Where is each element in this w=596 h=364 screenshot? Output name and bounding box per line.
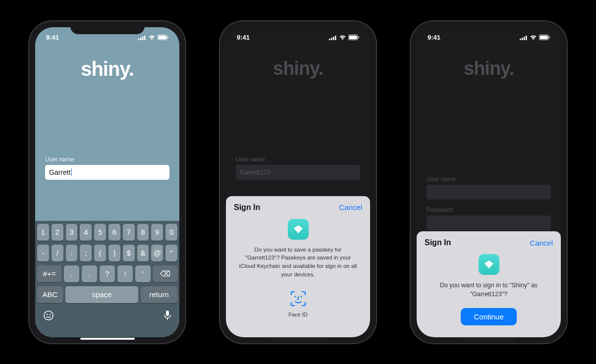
key-'[interactable]: ' xyxy=(135,265,151,282)
svg-rect-14 xyxy=(333,37,334,40)
clock: 9:41 xyxy=(237,34,250,41)
app-icon xyxy=(479,254,499,275)
faceid-label: Face ID xyxy=(234,312,362,317)
sheet-message: Do you want to save a passkey for "Garre… xyxy=(234,246,362,279)
cellular-icon xyxy=(520,35,528,40)
key-,[interactable]: , xyxy=(82,265,97,282)
create-account-form: User name Garrett xyxy=(45,156,169,180)
username-label: User name xyxy=(427,176,551,183)
ios-keyboard: 1234567890 -/:;()$&@" #+= .,?!' ⌫ ABC sp… xyxy=(35,221,179,337)
svg-point-20 xyxy=(300,296,302,297)
svg-rect-22 xyxy=(522,38,523,40)
continue-button[interactable]: Continue xyxy=(461,308,516,325)
key--[interactable]: - xyxy=(37,245,49,261)
mic-icon[interactable] xyxy=(163,310,171,323)
key-)[interactable]: ) xyxy=(108,245,120,261)
key-5[interactable]: 5 xyxy=(94,224,106,241)
svg-point-8 xyxy=(47,313,48,314)
passkey-sheet: Sign In Cancel Do you want to save a pas… xyxy=(226,196,370,337)
dim-form: User name Garrett123 xyxy=(236,156,360,180)
home-indicator[interactable] xyxy=(271,338,325,340)
key-3[interactable]: 3 xyxy=(66,224,78,241)
cancel-button[interactable]: Cancel xyxy=(530,239,553,247)
phone-1: 9:41 shiny. User name Garret xyxy=(29,21,185,343)
svg-rect-5 xyxy=(159,36,166,39)
faceid-icon[interactable] xyxy=(289,301,307,309)
app-icon xyxy=(288,219,309,240)
key-$[interactable]: $ xyxy=(123,245,135,261)
wifi-icon xyxy=(339,35,346,40)
key-symbols[interactable]: #+= xyxy=(37,265,61,282)
key-space[interactable]: space xyxy=(65,286,139,303)
battery-icon xyxy=(539,35,550,40)
key-0[interactable]: 0 xyxy=(165,224,177,241)
key-([interactable]: ( xyxy=(94,245,106,261)
sheet-title: Sign In xyxy=(234,203,260,212)
key-7[interactable]: 7 xyxy=(123,224,135,241)
key-;[interactable]: ; xyxy=(80,245,92,261)
notch xyxy=(70,21,145,34)
key-/[interactable]: / xyxy=(52,245,63,261)
signin-sheet: Sign In Cancel Do you want to sign in to… xyxy=(417,231,561,337)
home-indicator[interactable] xyxy=(462,338,516,340)
svg-rect-13 xyxy=(331,38,332,40)
cancel-button[interactable]: Cancel xyxy=(339,203,362,211)
svg-rect-2 xyxy=(142,37,144,40)
phone-2: 9:41 shiny. User name Garrett123 Sign In xyxy=(220,21,376,343)
username-input: Garrett123 xyxy=(236,165,360,180)
svg-point-9 xyxy=(50,313,51,314)
sheet-message: Do you want to sign in to "Shiny" as "Ga… xyxy=(425,281,553,299)
svg-rect-27 xyxy=(549,37,550,39)
key-![interactable]: ! xyxy=(117,265,133,282)
username-label: User name xyxy=(236,156,360,163)
password-input xyxy=(427,215,551,230)
text-cursor xyxy=(71,168,72,176)
password-label: Password xyxy=(427,207,551,213)
svg-rect-21 xyxy=(520,39,521,40)
svg-rect-0 xyxy=(138,39,140,40)
key-6[interactable]: 6 xyxy=(108,224,120,241)
svg-rect-12 xyxy=(329,39,330,40)
key-&[interactable]: & xyxy=(137,245,149,261)
key-:[interactable]: : xyxy=(66,245,78,261)
username-input[interactable]: Garrett xyxy=(45,165,169,180)
emoji-icon[interactable] xyxy=(43,310,54,323)
key-"[interactable]: " xyxy=(165,245,177,261)
key-4[interactable]: 4 xyxy=(80,224,92,241)
svg-rect-3 xyxy=(144,36,146,40)
svg-rect-17 xyxy=(349,36,357,39)
notch xyxy=(452,21,526,34)
home-indicator[interactable] xyxy=(80,338,135,340)
key-9[interactable]: 9 xyxy=(151,224,163,241)
svg-rect-15 xyxy=(335,36,336,40)
svg-rect-24 xyxy=(526,36,527,40)
battery-icon xyxy=(158,35,168,40)
svg-rect-23 xyxy=(524,37,525,40)
key-1[interactable]: 1 xyxy=(37,224,49,241)
key-8[interactable]: 8 xyxy=(137,224,149,241)
key-return[interactable]: return xyxy=(141,286,177,303)
svg-rect-10 xyxy=(166,311,169,316)
battery-icon xyxy=(348,35,359,40)
username-value: Garrett xyxy=(49,168,71,176)
cellular-icon xyxy=(138,35,146,40)
svg-rect-18 xyxy=(358,37,359,39)
svg-point-7 xyxy=(44,311,53,320)
wifi-icon xyxy=(530,35,537,40)
svg-rect-26 xyxy=(540,36,548,39)
svg-rect-1 xyxy=(140,38,142,40)
phone-3: 9:41 shiny. User name Password Sign In S… xyxy=(411,21,567,343)
key-?[interactable]: ? xyxy=(100,265,115,282)
key-.[interactable]: . xyxy=(64,265,79,282)
svg-rect-6 xyxy=(167,37,168,39)
clock: 9:41 xyxy=(428,34,440,41)
username-label: User name xyxy=(45,156,169,163)
dim-form: User name Password xyxy=(427,176,551,230)
key-@[interactable]: @ xyxy=(151,245,163,261)
cellular-icon xyxy=(329,35,337,40)
key-2[interactable]: 2 xyxy=(52,224,63,241)
key-abc[interactable]: ABC xyxy=(37,286,63,303)
key-backspace[interactable]: ⌫ xyxy=(153,265,177,282)
sheet-title: Sign In xyxy=(425,238,451,247)
svg-point-19 xyxy=(294,296,296,297)
